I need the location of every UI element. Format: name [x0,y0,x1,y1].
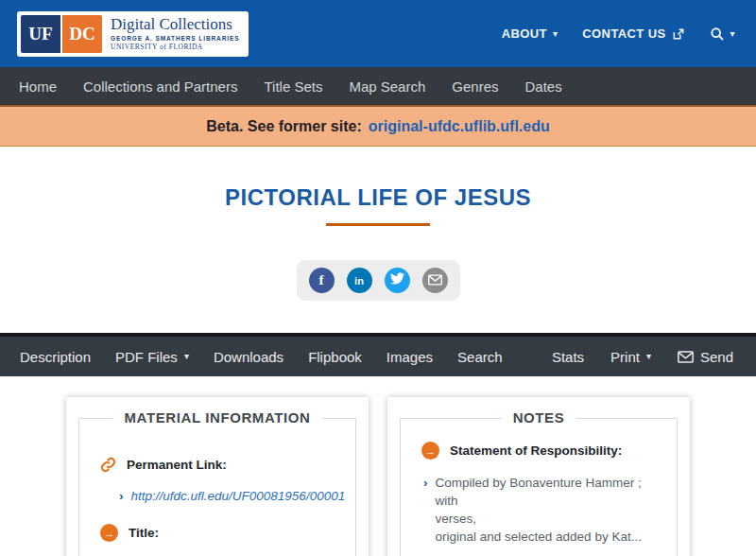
facebook-share-button[interactable]: f [309,268,335,293]
title-section: PICTORIAL LIFE OF JESUS [0,147,756,226]
envelope-icon [678,351,694,363]
notes-panel: NOTES → Statement of Responsibility: › C… [400,418,678,556]
social-share-bar: f in [0,260,756,301]
toolbar-pdf-files[interactable]: PDF Files ▾ [103,349,201,365]
about-label: ABOUT [502,26,547,41]
logo-org: GEORGE A. SMATHERS LIBRARIES [111,35,239,42]
external-link-icon [672,27,685,41]
item-toolbar: Description PDF Files ▾ Downloads Flipbo… [0,333,756,376]
caret-down-icon: ▾ [730,29,735,39]
chevron-right-icon: › [119,487,124,505]
material-information-card: MATERIAL INFORMATION Permanent Link: › h… [66,397,369,556]
title-label: Title: [129,526,159,540]
statement-row: → Statement of Responsibility: [421,442,663,460]
arrow-circle-icon: → [100,524,118,542]
permanent-link-label: Permanent Link: [127,458,227,472]
social-pill: f in [297,260,460,301]
nav-item-home[interactable]: Home [6,78,70,95]
page-title: PICTORIAL LIFE OF JESUS [0,184,756,211]
statement-text: Compiled by Bonaventure Hammer ; with ve… [436,474,664,546]
nav-item-dates[interactable]: Dates [511,78,575,95]
toolbar-send[interactable]: Send [664,349,733,365]
toolbar-downloads-label: Downloads [214,349,284,365]
toolbar-stats[interactable]: Stats [539,349,597,365]
toolbar-print-label: Print [610,349,640,365]
nav-item-collections-and-partners[interactable]: Collections and Partners [70,78,250,95]
link-icon [100,457,116,473]
former-site-link[interactable]: original-ufdc.uflib.ufl.edu [369,118,550,135]
main-nav: Home Collections and Partners Title Sets… [0,67,756,105]
search-icon [710,26,725,42]
logo-university: UNIVERSITY of FLORIDA [111,43,239,51]
site-header: UF DC Digital Collections GEORGE A. SMAT… [0,0,756,67]
toolbar-flipbook[interactable]: Flipbook [296,349,374,365]
chevron-right-icon: › [423,474,428,546]
caret-down-icon: ▾ [553,29,558,39]
nav-item-genres[interactable]: Genres [438,78,511,95]
toolbar-search-label: Search [457,349,503,365]
arrow-circle-icon: → [421,442,439,460]
toolbar-send-label: Send [700,349,733,365]
toolbar-downloads[interactable]: Downloads [201,349,296,365]
uf-logo-tile: UF [21,15,60,53]
contact-us-link[interactable]: CONTACT US [582,26,684,41]
toolbar-pdf-files-label: PDF Files [115,349,178,365]
toolbar-images[interactable]: Images [374,349,445,365]
search-menu[interactable]: ▾ [710,26,735,42]
header-nav: ABOUT ▾ CONTACT US ▾ [502,26,735,42]
toolbar-right-group: Stats Print ▾ Send [539,349,733,365]
logo-text: Digital Collections GEORGE A. SMATHERS L… [111,15,245,53]
material-information-heading: MATERIAL INFORMATION [113,409,322,426]
email-share-button[interactable] [422,268,448,293]
contact-us-label: CONTACT US [582,26,665,41]
toolbar-flipbook-label: Flipbook [308,349,362,365]
dc-logo-tile: DC [62,15,102,53]
toolbar-search[interactable]: Search [445,349,515,365]
about-menu[interactable]: ABOUT ▾ [502,26,558,41]
notes-card: NOTES → Statement of Responsibility: › C… [387,397,690,556]
statement-label: Statement of Responsibility: [450,443,622,458]
title-underline [326,223,430,226]
ufdc-logo[interactable]: UF DC Digital Collections GEORGE A. SMAT… [17,11,249,57]
nav-item-map-search[interactable]: Map Search [335,78,438,95]
statement-line-1: Compiled by Bonaventure Hammer ; with [436,476,642,508]
twitter-bird-icon [390,271,404,289]
statement-line-2: verses, [436,512,477,526]
toolbar-description[interactable]: Description [8,349,103,365]
toolbar-print[interactable]: Print ▾ [597,349,664,365]
statement-value-row: › Compiled by Bonaventure Hammer ; with … [423,474,663,546]
permanent-link-value-row: › http://ufdc.ufl.edu/UF00081956/00001 [119,487,342,505]
twitter-share-button[interactable] [385,268,410,293]
content-area: MATERIAL INFORMATION Permanent Link: › h… [0,397,756,556]
toolbar-stats-label: Stats [552,349,584,365]
notes-heading: NOTES [502,409,576,426]
beta-banner: Beta. See former site: original-ufdc.ufl… [0,105,756,147]
toolbar-description-label: Description [20,349,91,365]
beta-banner-text: Beta. See former site: [206,118,362,135]
logo-name: Digital Collections [111,16,239,33]
caret-down-icon: ▾ [646,352,651,361]
toolbar-images-label: Images [387,349,433,365]
permanent-link-row: Permanent Link: [100,457,342,473]
nav-item-title-sets[interactable]: Title Sets [250,78,335,95]
material-information-panel: MATERIAL INFORMATION Permanent Link: › h… [78,418,356,556]
envelope-icon [428,272,442,289]
permanent-link-url[interactable]: http://ufdc.ufl.edu/UF00081956/00001 [131,487,346,505]
linkedin-share-button[interactable]: in [347,268,372,293]
caret-down-icon: ▾ [184,352,189,361]
statement-line-3: original and selected added by Kat... [436,530,642,544]
title-row: → Title: [100,524,342,542]
